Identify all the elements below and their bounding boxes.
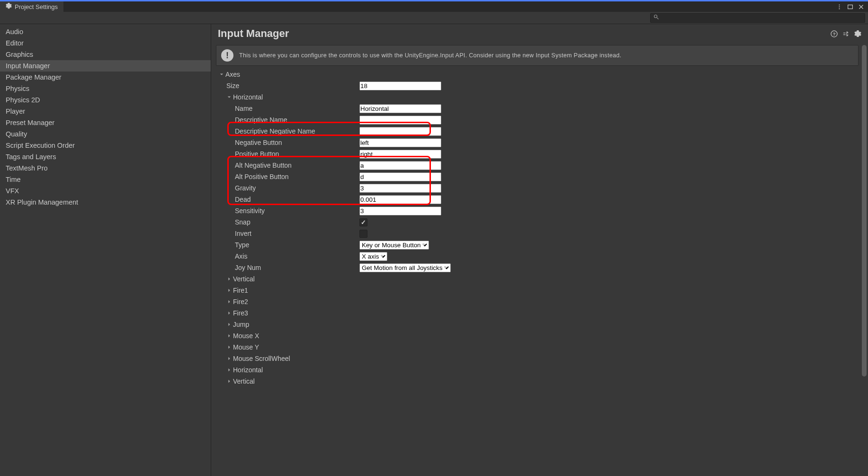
input-size[interactable] — [359, 81, 441, 90]
chevron-right-icon — [226, 345, 232, 349]
sidebar-item-package-manager[interactable]: Package Manager — [0, 72, 211, 83]
gear-icon — [6, 3, 12, 10]
info-box: ! This is where you can configure the co… — [216, 45, 859, 66]
input-descriptive-negative-name[interactable] — [359, 127, 441, 136]
sidebar-item-textmesh-pro[interactable]: TextMesh Pro — [0, 162, 211, 174]
tab-title: Project Settings — [15, 3, 58, 10]
close-icon[interactable] — [858, 4, 864, 10]
search-strip — [0, 12, 868, 24]
input-negative-button[interactable] — [359, 138, 441, 147]
label-invert: Invert — [214, 228, 359, 239]
label-negative-button: Negative Button — [214, 137, 359, 148]
foldout-axes[interactable]: Axes — [214, 69, 859, 80]
sidebar-item-physics[interactable]: Physics — [0, 83, 211, 94]
sidebar-item-player[interactable]: Player — [0, 106, 211, 117]
more-icon[interactable] — [836, 4, 842, 10]
foldout-axis-fire2-2[interactable]: Fire2 — [214, 296, 859, 307]
sidebar-item-graphics[interactable]: Graphics — [0, 49, 211, 60]
svg-point-1 — [839, 6, 840, 7]
label-dead: Dead — [214, 194, 359, 205]
foldout-axis-horizontal-8[interactable]: Horizontal — [214, 364, 859, 376]
sidebar-item-tags-and-layers[interactable]: Tags and Layers — [0, 151, 211, 162]
chevron-right-icon — [226, 277, 232, 281]
page-title: Input Manager — [218, 27, 831, 40]
sidebar-item-xr-plugin-management[interactable]: XR Plugin Management — [0, 197, 211, 208]
input-sensitivity[interactable] — [359, 207, 441, 216]
window-controls — [836, 1, 868, 12]
label-size: Size — [214, 80, 359, 91]
input-gravity[interactable] — [359, 184, 441, 193]
svg-text:?: ? — [833, 32, 836, 36]
svg-rect-3 — [848, 5, 853, 9]
label-gravity: Gravity — [214, 182, 359, 194]
info-text: This is where you can configure the cont… — [239, 52, 621, 59]
label-axis: Axis — [214, 251, 359, 262]
chevron-right-icon — [226, 379, 232, 383]
input-descriptive-name[interactable] — [359, 116, 441, 125]
chevron-down-icon — [226, 95, 232, 99]
foldout-axis-mouse-x-5[interactable]: Mouse X — [214, 330, 859, 341]
settings-icon[interactable] — [854, 30, 861, 37]
select-joy-num[interactable]: Get Motion from all Joysticks — [359, 263, 451, 272]
input-positive-button[interactable] — [359, 150, 441, 159]
svg-point-0 — [839, 4, 840, 5]
checkbox-invert[interactable] — [359, 230, 367, 238]
foldout-axis-mouse-scrollwheel-7[interactable]: Mouse ScrollWheel — [214, 353, 859, 364]
svg-point-4 — [654, 15, 657, 18]
foldout-axis-vertical-9[interactable]: Vertical — [214, 376, 859, 387]
label-descriptive-negative-name: Descriptive Negative Name — [214, 126, 359, 137]
label-alt-negative-button: Alt Negative Button — [214, 160, 359, 171]
sidebar-item-input-manager[interactable]: Input Manager — [0, 60, 211, 72]
sidebar-item-time[interactable]: Time — [0, 174, 211, 185]
titlebar: Project Settings — [0, 0, 868, 12]
foldout-axis-fire1-1[interactable]: Fire1 — [214, 285, 859, 296]
chevron-right-icon — [226, 323, 232, 326]
sidebar-item-audio[interactable]: Audio — [0, 26, 211, 37]
search-icon — [653, 14, 659, 21]
label-alt-positive-button: Alt Positive Button — [214, 171, 359, 182]
main-panel: Input Manager ? ! This is where you can … — [211, 24, 868, 476]
input-dead[interactable] — [359, 195, 441, 204]
help-icon[interactable]: ? — [831, 30, 838, 37]
label-sensitivity: Sensitivity — [214, 205, 359, 216]
label-snap: Snap — [214, 216, 359, 228]
tab-project-settings[interactable]: Project Settings — [0, 1, 63, 12]
sidebar-item-quality[interactable]: Quality — [0, 128, 211, 140]
chevron-right-icon — [226, 357, 232, 360]
chevron-right-icon — [226, 368, 232, 372]
label-descriptive-name: Descriptive Name — [214, 114, 359, 126]
svg-point-2 — [839, 8, 840, 9]
chevron-right-icon — [226, 311, 232, 315]
search-input[interactable] — [662, 15, 862, 21]
foldout-axis-fire3-3[interactable]: Fire3 — [214, 307, 859, 319]
sidebar-item-editor[interactable]: Editor — [0, 37, 211, 49]
foldout-axis-jump-4[interactable]: Jump — [214, 319, 859, 330]
foldout-axis-mouse-y-6[interactable]: Mouse Y — [214, 341, 859, 353]
label-type: Type — [214, 239, 359, 251]
maximize-icon[interactable] — [847, 4, 853, 10]
sidebar-item-script-execution-order[interactable]: Script Execution Order — [0, 140, 211, 151]
label-name: Name — [214, 103, 359, 114]
scrollbar-thumb[interactable] — [862, 45, 867, 377]
chevron-right-icon — [226, 300, 232, 304]
input-name[interactable] — [359, 104, 441, 113]
search-box[interactable] — [650, 13, 865, 23]
checkbox-snap[interactable] — [359, 218, 367, 226]
label-positive-button: Positive Button — [214, 148, 359, 160]
sidebar-item-preset-manager[interactable]: Preset Manager — [0, 117, 211, 128]
info-icon: ! — [221, 49, 233, 62]
input-alt-negative-button[interactable] — [359, 161, 441, 170]
select-type[interactable]: Key or Mouse Button — [359, 241, 429, 250]
sidebar-item-vfx[interactable]: VFX — [0, 185, 211, 197]
chevron-down-icon — [219, 72, 224, 76]
foldout-axis-vertical-0[interactable]: Vertical — [214, 273, 859, 285]
sidebar-item-physics-2d[interactable]: Physics 2D — [0, 94, 211, 106]
input-alt-positive-button[interactable] — [359, 172, 441, 181]
chevron-right-icon — [226, 288, 232, 292]
label-joy-num: Joy Num — [214, 262, 359, 273]
select-axis[interactable]: X axis — [359, 252, 387, 261]
preset-icon[interactable] — [842, 30, 850, 37]
foldout-horizontal[interactable]: Horizontal — [214, 91, 859, 103]
chevron-right-icon — [226, 334, 232, 338]
sidebar: Audio Editor Graphics Input Manager Pack… — [0, 24, 211, 476]
